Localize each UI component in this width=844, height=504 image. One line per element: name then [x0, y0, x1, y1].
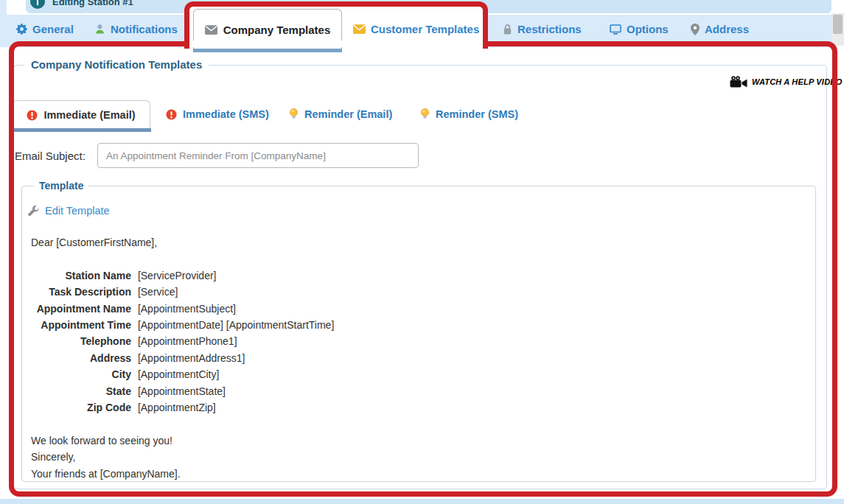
template-legend: Template [34, 180, 88, 192]
template-line: Task Description [Service] [31, 284, 798, 300]
template-line: City [AppointmentCity] [31, 366, 798, 382]
template-line: Dear [CustomerFirstName], [31, 234, 798, 251]
subtab-immediate-email-label: Immediate (Email) [43, 109, 135, 121]
page: Editing Station #1 General Notifications… [0, 0, 844, 504]
video-camera-icon [730, 76, 747, 88]
wrench-icon [28, 205, 40, 217]
envelope-gray-icon [205, 25, 217, 35]
tab-general[interactable]: General [16, 23, 74, 35]
subtab-reminder-sms[interactable]: Reminder (SMS) [420, 108, 518, 120]
map-pin-icon [691, 24, 700, 35]
template-line: Telephone [AppointmentPhone1] [31, 333, 798, 349]
company-templates-legend: Company Notification Templates [24, 58, 209, 71]
vertical-scrollbar[interactable] [831, 13, 844, 46]
tab-notifications-label: Notifications [111, 23, 178, 35]
gear-icon [16, 24, 27, 35]
subtab-reminder-email[interactable]: Reminder (Email) [289, 108, 392, 120]
monitor-icon [610, 24, 621, 35]
tab-customer-templates-label: Customer Templates [371, 23, 479, 35]
tab-general-label: General [32, 23, 74, 35]
template-line: Appointment Time [AppointmentDate] [Appo… [31, 317, 798, 333]
bottom-background-strip [0, 499, 844, 504]
watch-help-video-link[interactable]: WATCH A HELP VIDEO [730, 76, 843, 88]
tab-options[interactable]: Options [610, 23, 669, 35]
subtab-immediate-sms[interactable]: Immediate (SMS) [166, 108, 269, 120]
lightbulb-icon [289, 108, 299, 120]
tab-restrictions[interactable]: Restrictions [503, 23, 582, 35]
tab-notifications[interactable]: Notifications [94, 23, 178, 35]
template-body: Dear [CustomerFirstName], Station Name [… [31, 234, 798, 482]
alert-icon [27, 110, 38, 121]
envelope-yellow-icon [353, 24, 366, 34]
template-line: Address [AppointmentAddress1] [31, 350, 798, 366]
tab-address[interactable]: Address [691, 23, 749, 35]
edit-template-link[interactable]: Edit Template [28, 205, 110, 217]
lightbulb-icon [420, 108, 430, 120]
subtab-reminder-email-label: Reminder (Email) [304, 108, 392, 120]
tab-restrictions-label: Restrictions [517, 23, 582, 35]
info-icon [30, 0, 45, 9]
email-subject-label: Email Subject: [15, 150, 86, 162]
template-line: Zip Code [AppointmentZip] [31, 399, 798, 416]
tab-customer-templates[interactable]: Customer Templates [353, 23, 479, 35]
email-subject-input[interactable] [97, 143, 419, 168]
template-line: Sincerely, [31, 449, 798, 465]
dialog-title: Editing Station #1 [52, 0, 133, 7]
template-line [31, 251, 798, 267]
template-line: We look forward to seeing you! [31, 433, 798, 449]
edit-template-label: Edit Template [45, 205, 110, 217]
person-icon [94, 24, 105, 35]
scrollbar-thumb[interactable] [833, 15, 843, 34]
tab-options-label: Options [627, 23, 669, 35]
template-line [31, 416, 798, 432]
subtab-reminder-sms-label: Reminder (SMS) [436, 108, 518, 120]
active-subtab-underline [11, 128, 151, 132]
tab-address-label: Address [705, 23, 749, 35]
template-line: Appointment Name [AppointmentSubject] [31, 301, 798, 317]
lock-icon [503, 24, 512, 35]
watch-help-video-label: WATCH A HELP VIDEO [752, 77, 843, 86]
template-line: State [AppointmentState] [31, 383, 798, 399]
active-tab-underline [193, 49, 342, 52]
template-line: Station Name [ServiceProvider] [31, 267, 798, 284]
annotation-box-gap [189, 41, 487, 47]
tab-company-templates-label: Company Templates [223, 24, 331, 36]
subtab-immediate-email[interactable]: Immediate (Email) [12, 100, 150, 129]
subtab-immediate-sms-label: Immediate (SMS) [183, 108, 269, 120]
template-line: Your friends at [CompanyName]. [31, 466, 798, 482]
alert-icon [166, 109, 177, 120]
